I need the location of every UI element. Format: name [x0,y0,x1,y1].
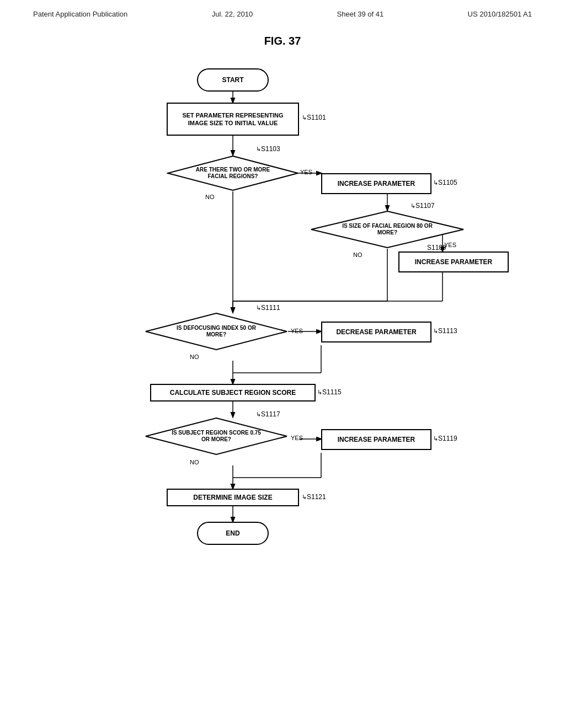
start-node: START [197,68,269,92]
s1101-step: ↳S1101 [302,114,326,121]
end-node: END [197,522,269,545]
figure-title: FIG. 37 [0,35,565,47]
d1117-text: IS SUBJECT REGION SCORE 0.75 OR MORE? [163,430,269,443]
s1115-step: ↳S1115 [317,388,342,396]
s1115-label-text: CALCULATE SUBJECT REGION SCORE [170,389,296,397]
start-label: START [222,76,243,84]
d1107-text: IS SIZE OF FACIAL REGION 80 OR MORE? [334,223,441,237]
s1119-label-text: INCREASE PARAMETER [338,436,415,443]
s1101-box: SET PARAMETER REPRESENTING IMAGE SIZE TO… [167,103,299,136]
s1105-box: INCREASE PARAMETER [321,173,431,194]
s1121-box: DETERMINE IMAGE SIZE [167,489,299,506]
header-patent: US 2010/182501 A1 [468,10,532,18]
d1107-diamond: IS SIZE OF FACIAL REGION 80 OR MORE? [310,210,465,249]
s1121-step: ↳S1121 [302,493,326,501]
d1117-diamond: IS SUBJECT REGION SCORE 0.75 OR MORE? [145,417,288,456]
s1121-label-text: DETERMINE IMAGE SIZE [193,494,272,501]
d1103-diamond: ARE THERE TWO OR MORE FACIAL REGIONS? [167,155,299,191]
s1119-step: ↳S1119 [433,435,457,442]
s1117-no: NO [190,459,199,465]
s1113-label-text: DECREASE PARAMETER [336,328,416,336]
s1111-yes: YES [291,328,303,334]
d1111-diamond: IS DEFOCUSING INDEX 50 OR MORE? [145,312,288,351]
s1111-no: NO [190,354,199,360]
header-sheet: Sheet 39 of 41 [337,10,384,18]
s1105-label-text: INCREASE PARAMETER [338,180,415,188]
end-label: END [226,529,239,537]
flowchart: START SET PARAMETER REPRESENTING IMAGE S… [89,53,476,687]
s1103-no: NO [205,194,215,200]
s1113-step: ↳S1113 [433,327,457,335]
s1109-box: INCREASE PARAMETER [398,251,509,272]
s1107-no: NO [353,251,363,258]
s1109-label-text: INCREASE PARAMETER [415,258,492,266]
s1111-step: ↳S1111 [256,304,280,312]
d1111-text: IS DEFOCUSING INDEX 50 OR MORE? [168,325,264,339]
s1103-yes: YES [300,169,312,175]
header-middle-date: Jul. 22, 2010 [212,10,253,18]
d1103-text: ARE THERE TWO OR MORE FACIAL REGIONS? [188,167,278,180]
s1101-label-text: SET PARAMETER REPRESENTING IMAGE SIZE TO… [182,111,283,127]
s1109-step: S1109 [427,244,446,251]
s1113-box: DECREASE PARAMETER [321,322,431,342]
s1105-step: ↳S1105 [433,179,457,186]
s1103-step: ↳S1103 [256,145,280,153]
s1107-step: ↳S1107 [411,202,435,210]
arrows-svg [89,53,476,687]
s1117-yes: YES [291,435,303,441]
s1119-box: INCREASE PARAMETER [321,429,431,450]
s1115-box: CALCULATE SUBJECT REGION SCORE [150,384,316,402]
header-left: Patent Application Publication [33,10,127,18]
